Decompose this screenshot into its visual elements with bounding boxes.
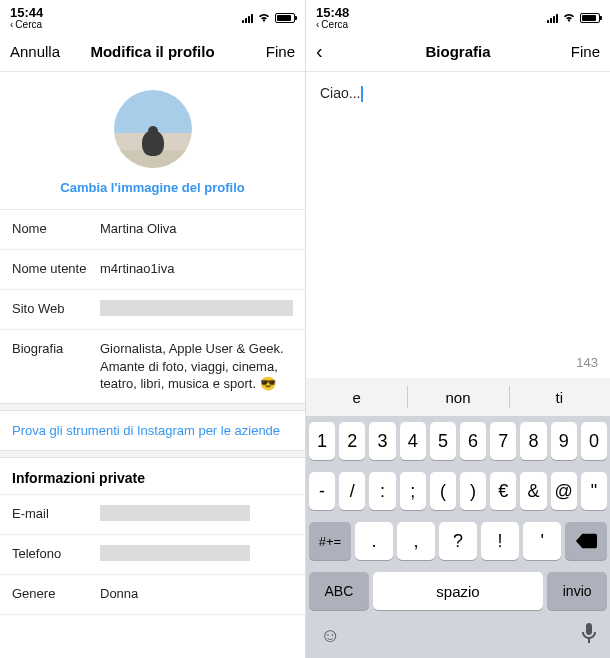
private-info-header: Informazioni private — [0, 458, 305, 495]
key-row-1: 1 2 3 4 5 6 7 8 9 0 — [306, 416, 610, 466]
key-8[interactable]: 8 — [520, 422, 546, 460]
key-space[interactable]: spazio — [373, 572, 544, 610]
page-title: Biografia — [372, 43, 544, 60]
suggestion-bar: e non ti — [306, 378, 610, 416]
back-button[interactable]: ‹ — [316, 40, 372, 63]
key-row-4: ABC spazio invio — [306, 566, 610, 616]
key-amp[interactable]: & — [520, 472, 546, 510]
key-at[interactable]: @ — [551, 472, 577, 510]
change-photo-link[interactable]: Cambia l'immagine del profilo — [60, 180, 244, 195]
field-username[interactable]: Nome utente m4rtinao1iva — [0, 250, 305, 290]
key-abc[interactable]: ABC — [309, 572, 369, 610]
username-value: m4rtinao1iva — [100, 260, 293, 278]
key-row-2: - / : ; ( ) € & @ " — [306, 466, 610, 516]
chevron-left-icon: ‹ — [316, 20, 319, 31]
key-4[interactable]: 4 — [400, 422, 426, 460]
section-divider — [0, 450, 305, 458]
key-question[interactable]: ? — [439, 522, 477, 560]
business-tools-link[interactable]: Prova gli strumenti di Instagram per le … — [0, 411, 305, 450]
suggestion[interactable]: e — [306, 378, 407, 416]
suggestion[interactable]: non — [407, 378, 508, 416]
key-2[interactable]: 2 — [339, 422, 365, 460]
key-1[interactable]: 1 — [309, 422, 335, 460]
field-gender[interactable]: Genere Donna — [0, 575, 305, 615]
key-backspace[interactable] — [565, 522, 607, 560]
field-bio[interactable]: Biografia Giornalista, Apple User & Geek… — [0, 330, 305, 403]
key-row-3: #+= . , ? ! ' — [306, 516, 610, 566]
text-cursor — [361, 86, 363, 102]
key-symbols[interactable]: #+= — [309, 522, 351, 560]
profile-photo-section: Cambia l'immagine del profilo — [0, 72, 305, 210]
email-label: E-mail — [12, 505, 100, 521]
done-button[interactable]: Fine — [544, 43, 600, 60]
char-counter: 143 — [576, 355, 598, 370]
key-lparen[interactable]: ( — [430, 472, 456, 510]
avatar[interactable] — [114, 90, 192, 168]
key-exclaim[interactable]: ! — [481, 522, 519, 560]
key-apostrophe[interactable]: ' — [523, 522, 561, 560]
done-button[interactable]: Fine — [239, 43, 295, 60]
key-semicolon[interactable]: ; — [400, 472, 426, 510]
gender-label: Genere — [12, 585, 100, 601]
battery-icon — [275, 13, 295, 23]
key-colon[interactable]: : — [369, 472, 395, 510]
mic-icon[interactable] — [582, 623, 596, 648]
name-label: Nome — [12, 220, 100, 236]
bio-value: Giornalista, Apple User & Geek. Amante d… — [100, 340, 293, 393]
key-0[interactable]: 0 — [581, 422, 607, 460]
status-bar: 15:48 ‹ Cerca — [306, 0, 610, 32]
bio-editor-screen: 15:48 ‹ Cerca ‹ Biografia Fine Ciao... 1… — [305, 0, 610, 658]
bio-textarea[interactable]: Ciao... 143 — [306, 72, 610, 378]
key-rparen[interactable]: ) — [460, 472, 486, 510]
field-phone[interactable]: Telefono — [0, 535, 305, 575]
key-slash[interactable]: / — [339, 472, 365, 510]
wifi-icon — [562, 11, 576, 25]
username-label: Nome utente — [12, 260, 100, 276]
key-quote[interactable]: " — [581, 472, 607, 510]
key-period[interactable]: . — [355, 522, 393, 560]
key-euro[interactable]: € — [490, 472, 516, 510]
field-website[interactable]: Sito Web — [0, 290, 305, 330]
nav-bar: Annulla Modifica il profilo Fine — [0, 32, 305, 72]
emoji-icon[interactable]: ☺ — [320, 624, 340, 647]
field-email[interactable]: E-mail — [0, 495, 305, 535]
key-9[interactable]: 9 — [551, 422, 577, 460]
bio-text: Ciao... — [320, 85, 360, 101]
key-6[interactable]: 6 — [460, 422, 486, 460]
edit-profile-screen: 15:44 ‹ Cerca Annulla Modifica il profil… — [0, 0, 305, 658]
breadcrumb-back[interactable]: ‹ Cerca — [316, 20, 348, 31]
keyboard-bottom: ☺ — [306, 616, 610, 658]
key-dash[interactable]: - — [309, 472, 335, 510]
name-value: Martina Oliva — [100, 220, 293, 238]
gender-value: Donna — [100, 585, 293, 603]
key-7[interactable]: 7 — [490, 422, 516, 460]
cellular-icon — [242, 13, 253, 23]
website-label: Sito Web — [12, 300, 100, 316]
breadcrumb-back[interactable]: ‹ Cerca — [10, 20, 42, 31]
bio-label: Biografia — [12, 340, 100, 356]
field-name[interactable]: Nome Martina Oliva — [0, 210, 305, 250]
phone-value — [100, 545, 250, 561]
cellular-icon — [547, 13, 558, 23]
phone-label: Telefono — [12, 545, 100, 561]
nav-bar: ‹ Biografia Fine — [306, 32, 610, 72]
wifi-icon — [257, 11, 271, 25]
status-time: 15:48 — [316, 6, 349, 20]
key-return[interactable]: invio — [547, 572, 607, 610]
keyboard: e non ti 1 2 3 4 5 6 7 8 9 0 - / : ; ( )… — [306, 378, 610, 658]
status-bar: 15:44 ‹ Cerca — [0, 0, 305, 32]
status-icons — [547, 11, 600, 25]
cancel-button[interactable]: Annulla — [10, 43, 66, 60]
status-icons — [242, 11, 295, 25]
key-5[interactable]: 5 — [430, 422, 456, 460]
key-comma[interactable]: , — [397, 522, 435, 560]
chevron-left-icon: ‹ — [10, 20, 13, 31]
section-divider — [0, 403, 305, 411]
key-3[interactable]: 3 — [369, 422, 395, 460]
backspace-icon — [575, 533, 597, 549]
page-title: Modifica il profilo — [66, 43, 239, 60]
suggestion[interactable]: ti — [509, 378, 610, 416]
website-value — [100, 300, 293, 316]
status-time: 15:44 — [10, 6, 43, 20]
email-value — [100, 505, 250, 521]
